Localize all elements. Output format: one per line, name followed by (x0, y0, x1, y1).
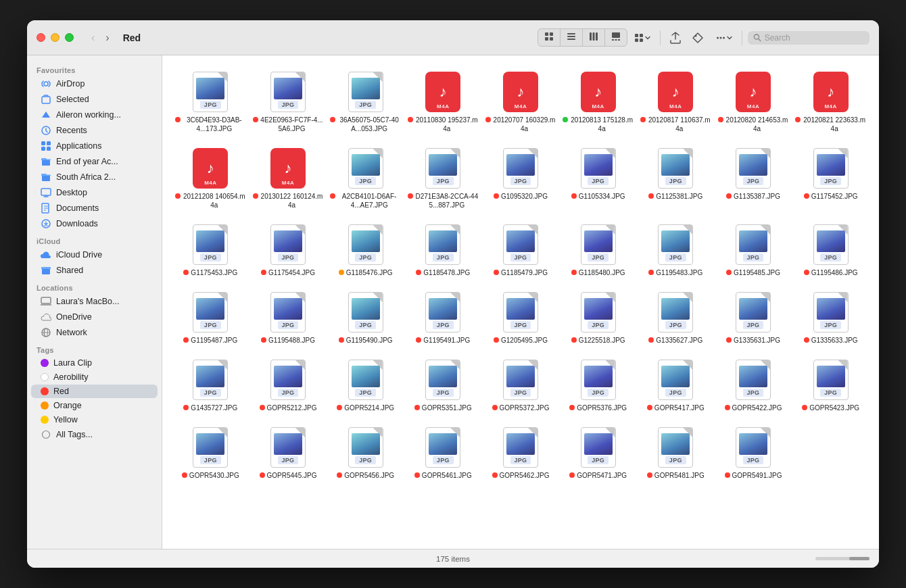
file-item[interactable]: ♪ M4A 20120821 223633.m4a (793, 66, 868, 137)
file-item[interactable]: JPG D271E3A8-2CCA-445...887.JPG (406, 143, 481, 214)
file-item[interactable]: JPG 36A56075-05C7-40A...053.JPG (328, 66, 403, 137)
file-item[interactable]: ♪ M4A 20120817 110637.m4a (638, 66, 713, 137)
file-item[interactable]: JPG GOPR5214.JPG (328, 354, 403, 416)
file-item[interactable]: JPG A2CB4101-D6AF-4...AE7.JPG (328, 143, 403, 214)
file-item[interactable]: JPG G1435727.JPG (173, 354, 248, 416)
file-item[interactable]: JPG G1135387.JPG (716, 143, 791, 214)
sidebar-item-aileron[interactable]: Aileron working... (31, 107, 158, 122)
file-item[interactable]: ♪ M4A 20120820 214653.m4a (716, 66, 791, 137)
search-input[interactable] (765, 33, 864, 43)
file-item[interactable]: JPG G1195487.JPG (173, 287, 248, 349)
group-button[interactable] (630, 30, 654, 45)
file-item[interactable]: JPG GOPR5372.JPG (483, 354, 558, 416)
file-item[interactable]: JPG G1195488.JPG (251, 287, 326, 349)
more-actions-button[interactable] (711, 29, 736, 47)
file-icon: JPG (266, 358, 310, 401)
file-item[interactable]: JPG GOPR5481.JPG (638, 422, 713, 484)
sidebar-item-tag-orange[interactable]: Orange (31, 399, 158, 412)
tag-button[interactable] (688, 29, 708, 47)
sidebar-item-endofyear[interactable]: End of year Ac... (31, 154, 158, 169)
file-item[interactable]: JPG GOPR5422.JPG (716, 354, 791, 416)
sidebar-item-southafrica[interactable]: South Africa 2... (31, 170, 158, 185)
file-item[interactable]: JPG G1105334.JPG (561, 143, 636, 214)
file-item[interactable]: JPG GOPR5212.JPG (251, 354, 326, 416)
file-item[interactable]: ♪ M4A 20120813 175128.m4a (561, 66, 636, 137)
file-icon: JPG (344, 70, 387, 114)
file-status-dot (563, 117, 568, 122)
file-item[interactable]: JPG GOPR5462.JPG (483, 422, 558, 484)
file-item[interactable]: JPG G1175454.JPG (251, 219, 326, 281)
file-item[interactable]: JPG G1195485.JPG (716, 219, 791, 281)
file-item[interactable]: JPG G1195486.JPG (793, 219, 868, 281)
back-button[interactable]: ‹ (87, 30, 99, 45)
file-item[interactable]: JPG G1225518.JPG (561, 287, 636, 349)
search-box[interactable] (748, 31, 869, 45)
file-item[interactable]: JPG GOPR5376.JPG (561, 354, 636, 416)
file-item[interactable]: JPG GOPR5491.JPG (716, 422, 791, 484)
file-item[interactable]: ♪ M4A 20121208 140654.m4a (173, 143, 248, 214)
file-item[interactable]: JPG G1185479.JPG (483, 219, 558, 281)
file-item[interactable]: JPG G1185480.JPG (561, 219, 636, 281)
file-item[interactable]: JPG G1335631.JPG (716, 287, 791, 349)
file-item[interactable]: ♪ M4A 20130122 160124.m4a (251, 143, 326, 214)
file-item[interactable]: JPG GOPR5417.JPG (638, 354, 713, 416)
file-item[interactable]: JPG G1335633.JPG (793, 287, 868, 349)
file-item[interactable]: JPG 3C6D4E93-D3AB-4...173.JPG (173, 66, 248, 137)
file-item[interactable]: JPG G1125381.JPG (638, 143, 713, 214)
file-item[interactable]: JPG 4E2E0963-FC7F-4...5A6.JPG (251, 66, 326, 137)
sidebar-item-applications[interactable]: Applications (31, 139, 158, 153)
file-item[interactable]: JPG GOPR5456.JPG (328, 422, 403, 484)
sidebar-item-tag-red[interactable]: Red (31, 385, 158, 398)
sidebar-item-tag-laura[interactable]: Laura Clip (31, 356, 158, 370)
file-item[interactable]: ♪ M4A 20110830 195237.m4a (406, 66, 481, 137)
file-item[interactable]: JPG G1185476.JPG (328, 219, 403, 281)
tags-section-label: Tags (27, 341, 162, 356)
sidebar-item-onedrive[interactable]: OneDrive (31, 310, 158, 324)
file-item[interactable]: JPG G1175453.JPG (173, 219, 248, 281)
svg-rect-27 (41, 141, 45, 145)
forward-button[interactable]: › (101, 30, 113, 45)
file-item[interactable]: JPG GOPR5471.JPG (561, 422, 636, 484)
sidebar-item-recents[interactable]: Recents (31, 123, 158, 138)
column-view-button[interactable] (583, 29, 605, 46)
file-item[interactable]: JPG G1205495.JPG (483, 287, 558, 349)
file-item[interactable]: JPG GOPR5461.JPG (406, 422, 481, 484)
file-status-dot (337, 405, 342, 410)
sidebar-item-downloads[interactable]: Downloads (31, 216, 158, 231)
list-view-button[interactable] (561, 29, 583, 46)
share-button[interactable] (666, 29, 685, 47)
sidebar-item-icloud-drive[interactable]: iCloud Drive (31, 247, 158, 262)
minimize-button[interactable] (51, 33, 59, 42)
sidebar-item-tag-aerobility[interactable]: Aerobility (31, 370, 158, 384)
file-item[interactable]: JPG GOPR5430.JPG (173, 422, 248, 484)
file-status-dot (726, 193, 732, 199)
gallery-view-button[interactable] (605, 29, 627, 46)
file-item[interactable]: JPG G1335627.JPG (638, 287, 713, 349)
sidebar-item-tag-all[interactable]: All Tags... (31, 427, 158, 442)
sidebar-item-documents[interactable]: Documents (31, 201, 158, 216)
scroll-indicator (815, 557, 869, 560)
sidebar-item-network[interactable]: Network (31, 325, 158, 340)
file-item[interactable]: ♪ M4A 20120707 160329.m4a (483, 66, 558, 137)
icon-view-button[interactable] (538, 29, 561, 46)
file-item[interactable]: JPG GOPR5445.JPG (251, 422, 326, 484)
file-name: GOPR5491.JPG (732, 471, 782, 480)
sidebar-item-desktop[interactable]: Desktop (31, 185, 158, 200)
sidebar-item-tag-yellow[interactable]: Yellow (31, 413, 158, 426)
file-item[interactable]: JPG GOPR5351.JPG (406, 354, 481, 416)
file-item[interactable]: JPG G1175452.JPG (793, 143, 868, 214)
file-item[interactable]: JPG G1195491.JPG (406, 287, 481, 349)
sidebar-item-shared[interactable]: Shared (31, 263, 158, 278)
fullscreen-button[interactable] (65, 33, 74, 42)
close-button[interactable] (37, 33, 45, 42)
file-item[interactable]: JPG G1195490.JPG (328, 287, 403, 349)
sidebar-item-airdrop[interactable]: AirDrop (31, 76, 158, 91)
traffic-lights (37, 33, 74, 42)
file-item[interactable]: JPG G1195483.JPG (638, 219, 713, 281)
file-item[interactable]: JPG G1185478.JPG (406, 219, 481, 281)
file-item[interactable]: JPG GOPR5423.JPG (793, 354, 868, 416)
sidebar-item-lauras-mac[interactable]: Laura's MacBo... (31, 294, 158, 309)
sidebar-item-selected[interactable]: Selected (31, 92, 158, 107)
file-name: G1135387.JPG (734, 192, 780, 201)
file-item[interactable]: JPG G1095320.JPG (483, 143, 558, 214)
